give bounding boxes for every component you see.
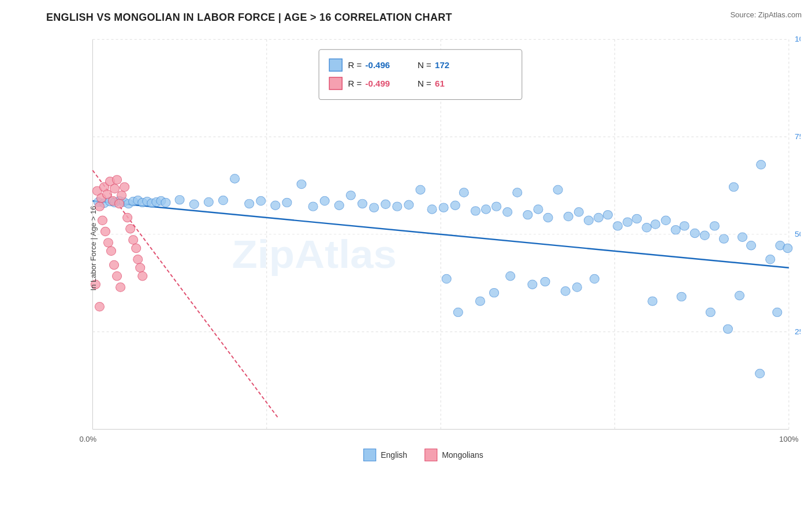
svg-point-73: [710, 222, 719, 230]
legend-label-n-english: N =: [418, 61, 431, 70]
svg-point-71: [690, 229, 699, 237]
svg-point-33: [282, 198, 292, 207]
watermark: ZipAtlas: [232, 232, 396, 276]
svg-point-92: [677, 292, 686, 301]
svg-point-58: [564, 212, 573, 221]
svg-point-82: [453, 308, 463, 316]
svg-point-43: [404, 200, 414, 209]
svg-point-47: [450, 201, 460, 210]
svg-point-124: [116, 283, 125, 292]
source-text: Source: ZipAtlas.com: [730, 10, 802, 19]
svg-point-70: [680, 222, 689, 230]
legend-label-r-english: R =: [348, 61, 362, 70]
chart-title: ENGLISH VS MONGOLIAN IN LABOR FORCE | AG…: [46, 12, 800, 24]
svg-point-57: [553, 185, 563, 194]
svg-point-109: [120, 182, 129, 191]
x-label-0: 0.0%: [79, 435, 96, 443]
svg-point-89: [572, 283, 582, 292]
svg-point-108: [117, 191, 126, 200]
svg-point-25: [175, 195, 184, 204]
svg-point-29: [230, 174, 239, 183]
legend-r-mongolian: -0.499: [366, 80, 390, 89]
svg-point-79: [766, 255, 775, 264]
svg-point-122: [110, 260, 119, 269]
svg-point-38: [346, 191, 355, 200]
svg-point-24: [161, 198, 170, 207]
svg-point-56: [543, 213, 553, 222]
svg-point-32: [271, 201, 280, 210]
legend-n-mongolian: 61: [435, 80, 445, 89]
svg-point-87: [541, 277, 550, 286]
svg-point-64: [623, 218, 632, 226]
svg-point-54: [523, 210, 532, 219]
svg-point-65: [632, 214, 642, 223]
svg-point-78: [757, 161, 766, 169]
legend-swatch-mongolian-bottom: [424, 449, 437, 461]
svg-point-84: [490, 288, 499, 297]
svg-point-67: [651, 220, 660, 229]
svg-point-119: [100, 227, 110, 236]
svg-point-113: [132, 244, 141, 252]
svg-point-61: [594, 213, 603, 222]
svg-point-81: [442, 274, 451, 283]
svg-point-83: [475, 297, 485, 305]
svg-point-105: [110, 184, 120, 193]
legend-label-mongolian: Mongolians: [442, 450, 483, 460]
svg-point-63: [613, 222, 623, 230]
svg-point-34: [297, 180, 306, 188]
svg-point-77: [747, 241, 756, 249]
svg-point-60: [584, 216, 593, 225]
chart-container: ENGLISH VS MONGOLIAN IN LABOR FORCE | AG…: [0, 0, 812, 515]
svg-point-120: [103, 238, 113, 247]
legend-label-english: English: [381, 450, 407, 460]
svg-point-96: [755, 369, 765, 378]
svg-point-31: [256, 196, 266, 205]
legend-label-n-mongolian: N =: [418, 80, 431, 89]
svg-point-51: [492, 202, 501, 211]
svg-point-44: [416, 185, 425, 194]
scatter-plot: .grid-line { stroke: #ddd; stroke-width:…: [46, 28, 800, 468]
svg-point-93: [706, 308, 715, 316]
svg-point-30: [245, 199, 254, 208]
svg-point-35: [308, 202, 318, 211]
svg-point-37: [334, 201, 344, 210]
svg-point-91: [648, 297, 657, 305]
legend-box: [319, 50, 522, 100]
svg-point-46: [439, 203, 448, 212]
svg-point-118: [98, 216, 107, 225]
svg-point-107: [115, 199, 124, 208]
svg-point-49: [471, 207, 480, 215]
svg-point-98: [783, 244, 792, 252]
svg-point-85: [506, 272, 515, 281]
svg-point-28: [218, 196, 228, 204]
svg-point-42: [393, 202, 402, 211]
svg-point-111: [126, 225, 135, 233]
svg-point-75: [729, 182, 738, 191]
y-label-50: 50.0%: [795, 230, 800, 238]
legend-r-english: -0.496: [366, 61, 390, 70]
y-label-25: 25.0%: [795, 327, 800, 336]
svg-point-36: [320, 196, 329, 205]
svg-point-88: [561, 287, 570, 296]
svg-point-112: [129, 236, 138, 244]
svg-point-97: [773, 308, 782, 316]
svg-point-123: [113, 272, 122, 281]
svg-point-126: [95, 303, 104, 311]
legend-item-mongolians: Mongolians: [424, 449, 483, 461]
svg-point-39: [357, 199, 367, 208]
x-label-100: 100%: [779, 435, 798, 443]
svg-point-41: [381, 200, 390, 208]
svg-point-74: [719, 234, 728, 243]
legend-item-english: English: [363, 449, 407, 461]
svg-point-66: [642, 223, 651, 232]
legend-swatch-english: [329, 59, 342, 71]
y-label-100: 100.0%: [795, 35, 800, 43]
y-axis-label: In Labor Force | Age > 16: [89, 206, 98, 291]
y-label-75: 75.0%: [795, 132, 800, 141]
svg-point-90: [590, 274, 599, 283]
legend-n-english: 172: [435, 61, 449, 70]
svg-point-68: [661, 216, 671, 225]
svg-point-26: [189, 200, 199, 208]
svg-point-94: [723, 324, 732, 333]
svg-point-95: [735, 291, 744, 300]
